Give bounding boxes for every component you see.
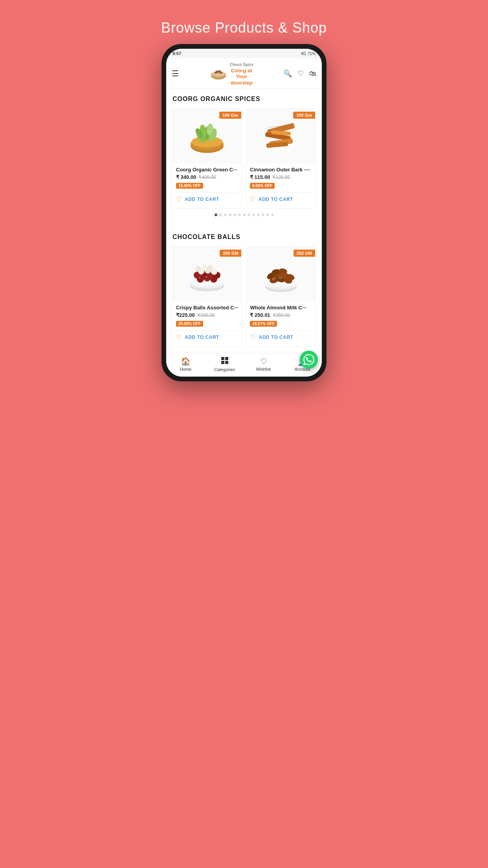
product-card-crispy: 250 GM <box>172 246 242 347</box>
cinnamon-prices: ₹ 115.00 ₹125.00 <box>250 174 312 180</box>
battery-icon: 71% <box>308 51 316 56</box>
spices-dots <box>172 209 316 221</box>
crispy-actions: ♡ ADD TO CART <box>176 331 238 343</box>
crispy-discount: 25.00% OFF <box>176 321 203 327</box>
cardamom-info: Coorg Organic Green C··· ₹ 340.00 ₹400.0… <box>173 164 241 208</box>
cinnamon-image <box>259 114 303 158</box>
dot-8 <box>248 213 250 216</box>
crispy-wishlist-button[interactable]: ♡ <box>176 333 182 341</box>
almond-image <box>259 252 303 296</box>
cinnamon-badge: 100 Gm <box>293 112 315 119</box>
phone-screen: 8:57 4G 71% ☰ <box>166 49 322 377</box>
dot-12 <box>266 213 269 216</box>
cinnamon-discount: 8.00% OFF <box>250 183 275 189</box>
nav-home[interactable]: 🏠 Home <box>166 357 205 372</box>
categories-icon <box>221 357 229 366</box>
status-icons: 4G 71% <box>301 51 316 56</box>
cardamom-name: Coorg Organic Green C··· <box>176 167 238 173</box>
dot-2 <box>219 213 222 216</box>
cardamom-badge: 100 Gm <box>219 112 241 119</box>
svg-rect-59 <box>225 357 228 360</box>
almond-discount: 28.57% OFF <box>250 321 277 327</box>
wishlist-header-button[interactable]: ♡ <box>297 69 304 78</box>
cinnamon-add-to-cart-button[interactable]: ADD TO CART <box>259 197 293 202</box>
cinnamon-info: Cinnamon Outer Bark -··· ₹ 115.00 ₹125.0… <box>247 164 315 208</box>
chocolate-section-title: CHOCOLATE BALLS <box>172 234 316 241</box>
svg-point-43 <box>205 276 207 278</box>
cardamom-original-price: ₹400.00 <box>198 175 216 180</box>
almond-original-price: ₹350.00 <box>273 313 290 318</box>
dot-13 <box>271 213 274 216</box>
dot-9 <box>252 213 255 216</box>
dot-7 <box>243 213 246 216</box>
spices-section: COORG ORGANIC SPICES 100 Gm <box>166 89 322 227</box>
dot-5 <box>233 213 236 216</box>
dot-4 <box>229 213 231 216</box>
crispy-price: ₹225.00 <box>176 312 195 318</box>
cardamom-prices: ₹ 340.00 ₹400.00 <box>176 174 238 180</box>
main-content: COORG ORGANIC SPICES 100 Gm <box>166 89 322 353</box>
crispy-add-to-cart-button[interactable]: ADD TO CART <box>185 335 219 340</box>
cardamom-discount: 15.00% OFF <box>176 183 203 189</box>
dot-11 <box>262 213 264 216</box>
chocolate-products-grid: 250 GM <box>172 246 316 347</box>
svg-point-42 <box>199 277 200 279</box>
product-card-cardamom: 100 Gm <box>172 108 242 209</box>
almond-name: Whole Almond Milk C··· <box>250 305 312 311</box>
svg-rect-60 <box>221 361 224 364</box>
almond-image-container: 250 GM <box>247 246 315 302</box>
wishlist-label: Wishlist <box>256 367 271 371</box>
home-label: Home <box>180 367 191 371</box>
phone-frame: 8:57 4G 71% ☰ <box>161 44 327 381</box>
page-title: Browse Products & Shop <box>153 8 335 44</box>
nav-categories[interactable]: Categories <box>205 357 244 372</box>
svg-rect-61 <box>225 361 228 364</box>
dot-6 <box>238 213 241 216</box>
cardamom-actions: ♡ ADD TO CART <box>176 193 238 205</box>
header-actions: 🔍 ♡ 🛍 <box>283 69 316 78</box>
svg-point-40 <box>202 265 207 271</box>
cardamom-add-to-cart-button[interactable]: ADD TO CART <box>185 197 219 202</box>
crispy-name: Crispy Balls Assorted C··· <box>176 305 238 311</box>
logo-brand: Choco Spice Coorg at Your doorstep <box>230 61 254 86</box>
cardamom-wishlist-button[interactable]: ♡ <box>176 195 182 203</box>
crispy-balls-image <box>185 252 229 296</box>
svg-rect-58 <box>221 357 224 360</box>
product-card-cinnamon: 100 Gm <box>246 108 316 209</box>
cardamom-price: ₹ 340.00 <box>176 174 196 180</box>
home-icon: 🏠 <box>181 357 191 366</box>
almond-wishlist-button[interactable]: ♡ <box>250 333 255 341</box>
menu-button[interactable]: ☰ <box>172 69 179 78</box>
dot-10 <box>257 213 260 216</box>
cinnamon-image-container: 100 Gm <box>247 108 315 164</box>
crispy-original-price: ₹300.00 <box>197 313 215 318</box>
almond-add-to-cart-button[interactable]: ADD TO CART <box>259 335 293 340</box>
dot-1 <box>215 213 217 216</box>
logo-icon <box>209 66 228 81</box>
almond-prices: ₹ 250.01 ₹350.00 <box>250 312 312 318</box>
categories-label: Categories <box>214 367 235 372</box>
cinnamon-wishlist-button[interactable]: ♡ <box>250 195 255 203</box>
nav-wishlist[interactable]: ♡ Wishlist <box>244 357 283 372</box>
svg-point-7 <box>219 70 221 72</box>
status-time: 8:57 <box>172 51 181 56</box>
app-header: ☰ Choco Spice Coorg at <box>166 58 322 89</box>
dot-3 <box>224 213 227 216</box>
cardamom-image <box>185 114 229 158</box>
svg-point-39 <box>195 266 201 272</box>
crispy-badge: 250 GM <box>220 250 241 257</box>
almond-price: ₹ 250.01 <box>250 312 270 318</box>
search-button[interactable]: 🔍 <box>283 69 292 78</box>
app-logo: Choco Spice Coorg at Your doorstep <box>179 61 283 86</box>
bottom-navigation: 🏠 Home Categories ♡ Wishlist <box>166 353 322 377</box>
chocolate-section: CHOCOLATE BALLS 250 GM <box>166 227 322 353</box>
cinnamon-original-price: ₹125.00 <box>272 175 290 180</box>
wishlist-nav-icon: ♡ <box>260 357 267 366</box>
spices-section-title: COORG ORGANIC SPICES <box>172 96 316 103</box>
almond-info: Whole Almond Milk C··· ₹ 250.01 ₹350.00 … <box>247 302 315 346</box>
status-bar: 8:57 4G 71% <box>166 49 322 58</box>
cart-button[interactable]: 🛍 <box>309 70 316 78</box>
logo-text: Choco Spice Coorg at Your doorstep <box>230 61 254 86</box>
svg-point-41 <box>207 265 213 270</box>
cardamom-image-container: 100 Gm <box>173 108 241 164</box>
